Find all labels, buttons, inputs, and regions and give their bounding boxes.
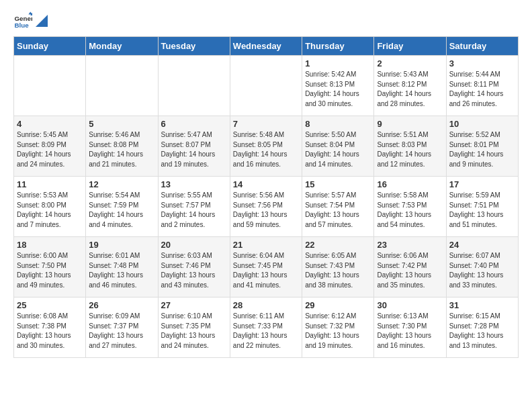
day-info: Sunrise: 5:52 AM Sunset: 8:01 PM Dayligh…: [449, 130, 515, 169]
day-number: 19: [89, 240, 154, 250]
day-number: 6: [161, 119, 227, 129]
calendar-cell: 14Sunrise: 5:56 AM Sunset: 7:56 PM Dayli…: [230, 177, 302, 237]
day-number: 31: [449, 300, 515, 310]
calendar-table: SundayMondayTuesdayWednesdayThursdayFrid…: [13, 36, 519, 358]
day-number: 27: [161, 300, 227, 310]
calendar-cell: 15Sunrise: 5:57 AM Sunset: 7:54 PM Dayli…: [302, 177, 374, 237]
day-info: Sunrise: 6:01 AM Sunset: 7:48 PM Dayligh…: [89, 251, 154, 290]
day-number: 12: [89, 179, 154, 189]
calendar-cell: [230, 56, 302, 116]
calendar-cell: 27Sunrise: 6:10 AM Sunset: 7:35 PM Dayli…: [158, 298, 230, 358]
day-number: 7: [233, 119, 299, 129]
calendar-cell: 11Sunrise: 5:53 AM Sunset: 8:00 PM Dayli…: [14, 177, 86, 237]
day-info: Sunrise: 6:05 AM Sunset: 7:43 PM Dayligh…: [305, 251, 371, 290]
day-info: Sunrise: 5:55 AM Sunset: 7:57 PM Dayligh…: [161, 191, 227, 230]
logo-triangle-icon: [36, 15, 48, 27]
calendar-cell: 31Sunrise: 6:15 AM Sunset: 7:28 PM Dayli…: [446, 298, 518, 358]
calendar-cell: 25Sunrise: 6:08 AM Sunset: 7:38 PM Dayli…: [14, 298, 86, 358]
day-number: 29: [305, 300, 371, 310]
day-number: 16: [377, 179, 443, 189]
day-number: 17: [449, 179, 515, 189]
day-number: 3: [449, 58, 515, 68]
day-info: Sunrise: 6:00 AM Sunset: 7:50 PM Dayligh…: [17, 251, 83, 290]
day-number: 5: [89, 119, 154, 129]
day-info: Sunrise: 6:10 AM Sunset: 7:35 PM Dayligh…: [161, 312, 227, 351]
header-tuesday: Tuesday: [158, 37, 230, 56]
day-info: Sunrise: 6:07 AM Sunset: 7:40 PM Dayligh…: [449, 251, 515, 290]
day-number: 8: [305, 119, 371, 129]
calendar-cell: 1Sunrise: 5:42 AM Sunset: 8:13 PM Daylig…: [302, 56, 374, 116]
calendar-cell: 21Sunrise: 6:04 AM Sunset: 7:45 PM Dayli…: [230, 237, 302, 298]
calendar-week-row: 25Sunrise: 6:08 AM Sunset: 7:38 PM Dayli…: [14, 298, 519, 358]
day-info: Sunrise: 6:13 AM Sunset: 7:30 PM Dayligh…: [377, 312, 443, 351]
calendar-week-row: 18Sunrise: 6:00 AM Sunset: 7:50 PM Dayli…: [14, 237, 519, 298]
day-info: Sunrise: 5:56 AM Sunset: 7:56 PM Dayligh…: [233, 191, 299, 230]
header-saturday: Saturday: [446, 37, 518, 56]
day-number: 10: [449, 119, 515, 129]
day-info: Sunrise: 5:54 AM Sunset: 7:59 PM Dayligh…: [89, 191, 154, 230]
calendar-cell: 26Sunrise: 6:09 AM Sunset: 7:37 PM Dayli…: [86, 298, 158, 358]
day-number: 2: [377, 58, 443, 68]
calendar-cell: 9Sunrise: 5:51 AM Sunset: 8:03 PM Daylig…: [374, 116, 446, 177]
calendar-cell: 22Sunrise: 6:05 AM Sunset: 7:43 PM Dayli…: [302, 237, 374, 298]
day-info: Sunrise: 5:53 AM Sunset: 8:00 PM Dayligh…: [17, 191, 83, 230]
calendar-week-row: 1Sunrise: 5:42 AM Sunset: 8:13 PM Daylig…: [14, 56, 519, 116]
day-info: Sunrise: 5:44 AM Sunset: 8:11 PM Dayligh…: [449, 70, 515, 109]
calendar-cell: [14, 56, 86, 116]
day-number: 25: [17, 300, 83, 310]
calendar-week-row: 11Sunrise: 5:53 AM Sunset: 8:00 PM Dayli…: [14, 177, 519, 237]
calendar-cell: 30Sunrise: 6:13 AM Sunset: 7:30 PM Dayli…: [374, 298, 446, 358]
logo: General Blue: [13, 11, 48, 30]
header-friday: Friday: [374, 37, 446, 56]
calendar-week-row: 4Sunrise: 5:45 AM Sunset: 8:09 PM Daylig…: [14, 116, 519, 177]
header-monday: Monday: [86, 37, 158, 56]
day-number: 11: [17, 179, 83, 189]
day-info: Sunrise: 6:15 AM Sunset: 7:28 PM Dayligh…: [449, 312, 515, 351]
day-number: 20: [161, 240, 227, 250]
day-number: 4: [17, 119, 83, 129]
calendar-cell: 12Sunrise: 5:54 AM Sunset: 7:59 PM Dayli…: [86, 177, 158, 237]
calendar-cell: 7Sunrise: 5:48 AM Sunset: 8:05 PM Daylig…: [230, 116, 302, 177]
calendar-cell: 4Sunrise: 5:45 AM Sunset: 8:09 PM Daylig…: [14, 116, 86, 177]
day-info: Sunrise: 5:47 AM Sunset: 8:07 PM Dayligh…: [161, 130, 227, 169]
page-header: General Blue: [13, 11, 519, 30]
day-info: Sunrise: 6:08 AM Sunset: 7:38 PM Dayligh…: [17, 312, 83, 351]
calendar-cell: 29Sunrise: 6:12 AM Sunset: 7:32 PM Dayli…: [302, 298, 374, 358]
day-info: Sunrise: 6:09 AM Sunset: 7:37 PM Dayligh…: [89, 312, 154, 351]
header-sunday: Sunday: [14, 37, 86, 56]
calendar-cell: 28Sunrise: 6:11 AM Sunset: 7:33 PM Dayli…: [230, 298, 302, 358]
calendar-cell: 8Sunrise: 5:50 AM Sunset: 8:04 PM Daylig…: [302, 116, 374, 177]
day-info: Sunrise: 6:06 AM Sunset: 7:42 PM Dayligh…: [377, 251, 443, 290]
day-number: 28: [233, 300, 299, 310]
day-info: Sunrise: 5:59 AM Sunset: 7:51 PM Dayligh…: [449, 191, 515, 230]
day-info: Sunrise: 5:48 AM Sunset: 8:05 PM Dayligh…: [233, 130, 299, 169]
header-thursday: Thursday: [302, 37, 374, 56]
day-number: 15: [305, 179, 371, 189]
day-number: 22: [305, 240, 371, 250]
day-info: Sunrise: 6:12 AM Sunset: 7:32 PM Dayligh…: [305, 312, 371, 351]
calendar-cell: 13Sunrise: 5:55 AM Sunset: 7:57 PM Dayli…: [158, 177, 230, 237]
day-info: Sunrise: 5:42 AM Sunset: 8:13 PM Dayligh…: [305, 70, 371, 109]
day-info: Sunrise: 5:45 AM Sunset: 8:09 PM Dayligh…: [17, 130, 83, 169]
day-info: Sunrise: 5:50 AM Sunset: 8:04 PM Dayligh…: [305, 130, 371, 169]
day-number: 24: [449, 240, 515, 250]
header-wednesday: Wednesday: [230, 37, 302, 56]
day-number: 13: [161, 179, 227, 189]
day-info: Sunrise: 6:04 AM Sunset: 7:45 PM Dayligh…: [233, 251, 299, 290]
svg-text:Blue: Blue: [14, 21, 29, 29]
calendar-cell: 5Sunrise: 5:46 AM Sunset: 8:08 PM Daylig…: [86, 116, 158, 177]
day-number: 18: [17, 240, 83, 250]
calendar-cell: 16Sunrise: 5:58 AM Sunset: 7:53 PM Dayli…: [374, 177, 446, 237]
day-info: Sunrise: 6:03 AM Sunset: 7:46 PM Dayligh…: [161, 251, 227, 290]
day-info: Sunrise: 5:58 AM Sunset: 7:53 PM Dayligh…: [377, 191, 443, 230]
logo-icon: General Blue: [13, 11, 32, 30]
calendar-header-row: SundayMondayTuesdayWednesdayThursdayFrid…: [14, 37, 519, 56]
calendar-cell: [158, 56, 230, 116]
day-number: 21: [233, 240, 299, 250]
day-info: Sunrise: 5:46 AM Sunset: 8:08 PM Dayligh…: [89, 130, 154, 169]
calendar-cell: 23Sunrise: 6:06 AM Sunset: 7:42 PM Dayli…: [374, 237, 446, 298]
day-info: Sunrise: 6:11 AM Sunset: 7:33 PM Dayligh…: [233, 312, 299, 351]
calendar-cell: 24Sunrise: 6:07 AM Sunset: 7:40 PM Dayli…: [446, 237, 518, 298]
calendar-cell: 10Sunrise: 5:52 AM Sunset: 8:01 PM Dayli…: [446, 116, 518, 177]
calendar-cell: 20Sunrise: 6:03 AM Sunset: 7:46 PM Dayli…: [158, 237, 230, 298]
